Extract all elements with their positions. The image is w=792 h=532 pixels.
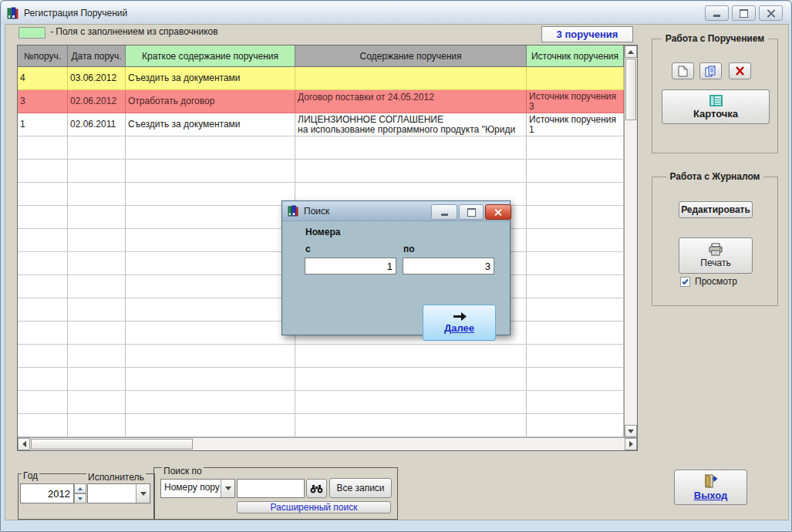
executor-combobox[interactable]	[87, 483, 150, 503]
print-button[interactable]: Печать	[679, 237, 753, 274]
advanced-search-button[interactable]: Расширенный поиск	[237, 501, 391, 513]
executor-value	[88, 484, 136, 503]
dialog-maximize-button[interactable]	[459, 204, 484, 220]
table-cell	[527, 136, 624, 160]
legend-text: - Поля с заполнением из справочников	[50, 26, 218, 37]
spin-down-icon	[78, 497, 83, 500]
minimize-icon	[441, 214, 448, 216]
all-records-button[interactable]: Все записи	[329, 478, 392, 498]
main-titlebar[interactable]: Регистрация Поручений	[2, 2, 790, 24]
spin-up-icon	[78, 487, 83, 490]
table-cell	[68, 391, 126, 414]
table-cell	[68, 298, 126, 322]
table-cell	[527, 391, 624, 414]
horizontal-scrollbar[interactable]	[18, 437, 637, 450]
table-row[interactable]	[18, 136, 624, 160]
maximize-button[interactable]	[732, 5, 756, 21]
table-row[interactable]	[18, 345, 624, 368]
table-cell	[18, 183, 68, 206]
scroll-up-button[interactable]	[625, 45, 637, 58]
card-button[interactable]: Карточка	[662, 89, 770, 124]
exit-button[interactable]: Выход	[674, 470, 747, 505]
delete-assignment-button[interactable]	[729, 62, 751, 79]
table-cell	[527, 229, 624, 252]
table-cell[interactable]: 1	[18, 113, 68, 136]
table-cell[interactable]	[295, 67, 527, 90]
executor-label: Исполнитель	[86, 472, 146, 483]
year-field[interactable]	[20, 483, 74, 503]
vertical-scrollbar[interactable]	[624, 45, 637, 437]
table-cell	[18, 391, 68, 414]
exit-door-icon	[703, 474, 719, 488]
to-field[interactable]	[403, 258, 494, 274]
table-cell	[126, 136, 295, 160]
horizontal-scroll-thumb[interactable]	[31, 439, 193, 450]
minimize-icon	[713, 15, 720, 17]
table-cell	[295, 160, 527, 183]
preview-checkbox[interactable]	[680, 277, 690, 287]
table-cell[interactable]: 02.06.2011	[68, 113, 126, 136]
close-icon	[494, 208, 502, 216]
scroll-left-button[interactable]	[18, 438, 30, 450]
table-cell	[18, 414, 68, 437]
search-text-field[interactable]	[237, 479, 305, 498]
next-button[interactable]: Далее	[423, 305, 496, 341]
table-cell	[18, 322, 68, 345]
year-input[interactable]	[21, 484, 73, 503]
maximize-icon	[467, 208, 476, 217]
table-header-cell[interactable]: Источник поручения	[527, 45, 624, 67]
close-icon	[767, 9, 775, 17]
search-field-combobox[interactable]: Номеру пору	[160, 479, 235, 498]
table-cell[interactable]: ЛИЦЕНЗИОННОЕ СОГЛАШЕНИЕ на использование…	[295, 113, 527, 136]
table-cell[interactable]: Источник поручения 3	[527, 90, 624, 113]
close-button[interactable]	[759, 5, 783, 21]
table-cell[interactable]: 3	[18, 90, 68, 113]
table-row[interactable]: 1 02.06.2011 Съездить за документами ЛИЦ…	[18, 113, 624, 136]
table-header-cell[interactable]: Содержание поручения	[295, 45, 527, 67]
table-cell	[126, 368, 295, 391]
table-row[interactable]	[18, 160, 624, 183]
from-input[interactable]	[305, 258, 396, 274]
table-header-cell[interactable]: Краткое содержание поручения	[126, 45, 295, 67]
table-cell[interactable]: Съездить за документами	[126, 67, 295, 90]
year-spinner[interactable]	[74, 483, 86, 503]
edit-button[interactable]: Редактировать	[679, 201, 753, 218]
table-row[interactable]	[18, 414, 624, 437]
table-cell	[68, 252, 126, 275]
table-row[interactable]	[18, 368, 624, 391]
new-assignment-button[interactable]	[672, 62, 694, 79]
minimize-button[interactable]	[705, 5, 729, 21]
dialog-minimize-button[interactable]	[431, 204, 457, 220]
table-row[interactable]: 4 03.06.2012 Съездить за документами	[18, 67, 624, 90]
table-cell[interactable]	[527, 67, 624, 90]
search-input[interactable]	[238, 480, 304, 497]
table-row[interactable]	[18, 391, 624, 414]
table-cell[interactable]: Источник поручения 1	[527, 113, 624, 136]
table-row[interactable]: 3 02.06.2012 Отработать договор Договор …	[18, 90, 624, 113]
spin-down-button[interactable]	[74, 493, 86, 503]
table-cell[interactable]: Договор поставки от 24.05.2012	[295, 90, 527, 113]
table-cell[interactable]: 02.06.2012	[68, 90, 126, 113]
table-cell[interactable]: Отработать договор	[126, 90, 295, 113]
table-header-cell[interactable]: Дата поруч.	[68, 45, 126, 67]
from-field[interactable]	[305, 258, 396, 274]
table-header-cell[interactable]: №поруч.	[18, 45, 68, 67]
scroll-down-button[interactable]	[625, 425, 637, 437]
table-cell[interactable]: 4	[18, 67, 68, 90]
scroll-right-button[interactable]	[625, 438, 637, 450]
main-content: - Поля с заполнением из справочников 3 п…	[5, 24, 789, 520]
search-button[interactable]	[306, 479, 327, 498]
dialog-close-button[interactable]	[485, 204, 511, 220]
copy-assignment-button[interactable]	[699, 62, 722, 79]
dialog-titlebar[interactable]: Поиск	[282, 201, 510, 221]
search-field-dropdown-button[interactable]	[221, 480, 234, 497]
table-cell	[126, 345, 295, 368]
spin-up-button[interactable]	[74, 483, 86, 493]
executor-dropdown-button[interactable]	[136, 484, 150, 503]
to-input[interactable]	[403, 258, 494, 274]
vertical-scroll-thumb[interactable]	[625, 59, 636, 120]
table-cell[interactable]: Съездить за документами	[126, 113, 295, 136]
window-title: Регистрация Поручений	[24, 8, 127, 19]
table-cell[interactable]: 03.06.2012	[68, 67, 126, 90]
table-cell	[18, 136, 68, 160]
